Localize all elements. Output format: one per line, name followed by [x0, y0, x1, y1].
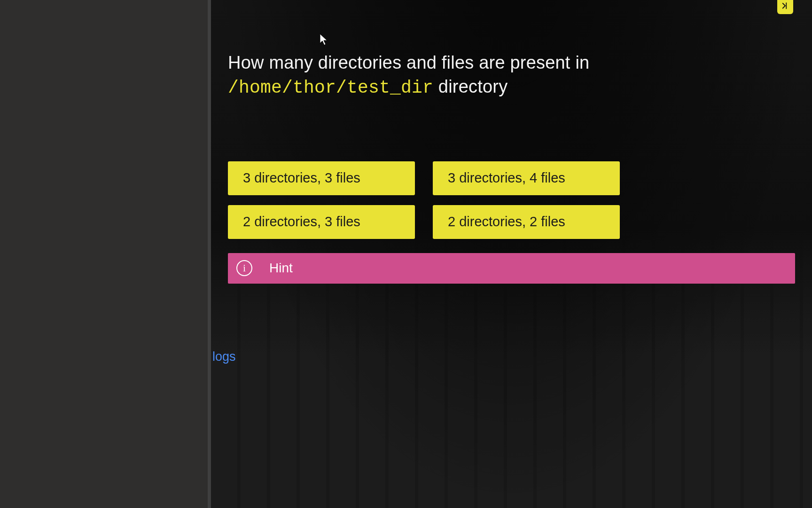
question-code-path: /home/thor/test_dir — [228, 78, 433, 98]
logs-link[interactable]: logs — [212, 349, 236, 364]
option-2-button[interactable]: 3 directories, 4 files — [433, 161, 620, 195]
main-panel: How many directories and files are prese… — [211, 0, 812, 508]
expand-button[interactable] — [777, 0, 793, 14]
option-3-button[interactable]: 2 directories, 3 files — [228, 205, 415, 239]
option-4-button[interactable]: 2 directories, 2 files — [433, 205, 620, 239]
expand-icon — [781, 2, 789, 12]
option-1-button[interactable]: 3 directories, 3 files — [228, 161, 415, 195]
question-suffix: directory — [433, 77, 508, 96]
sidebar — [0, 0, 211, 508]
hint-bar[interactable]: i Hint — [228, 253, 795, 284]
info-icon: i — [236, 260, 252, 276]
question-text: How many directories and files are prese… — [228, 51, 795, 100]
question-container: How many directories and files are prese… — [211, 0, 812, 284]
question-prefix: How many directories and files are prese… — [228, 53, 589, 72]
answer-options: 3 directories, 3 files 3 directories, 4 … — [228, 161, 620, 239]
mouse-cursor-icon — [319, 28, 329, 41]
hint-label: Hint — [269, 261, 293, 276]
